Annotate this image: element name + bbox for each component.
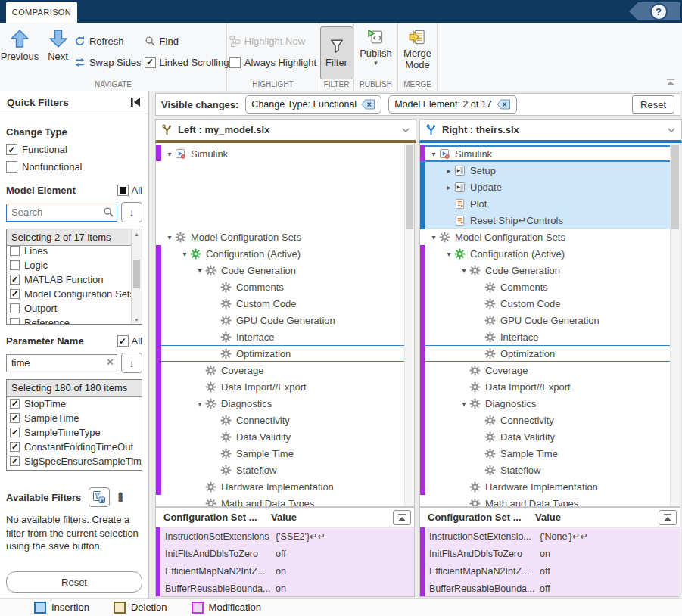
- tree-row[interactable]: ▾ Configuration (Active): [420, 245, 680, 262]
- list-item[interactable]: Outport: [7, 301, 132, 316]
- tree-row-inserted[interactable]: ▸ Setup: [420, 162, 680, 179]
- tree-row[interactable]: ▾ Model Configuration Sets: [420, 229, 680, 245]
- swap-sides-button[interactable]: Swap Sides: [74, 54, 142, 70]
- table-row[interactable]: BufferReusableBounda... off: [425, 580, 680, 597]
- tree-row[interactable]: Stateflow: [420, 462, 680, 478]
- tree-row-partial[interactable]: Math and Data Types: [420, 495, 680, 507]
- model-element-all-checkbox[interactable]: All: [117, 185, 142, 196]
- always-highlight-checkbox[interactable]: Always Highlight: [229, 54, 316, 70]
- left-panel-header[interactable]: Left : my_model.slx: [155, 119, 416, 143]
- tree-row-selected[interactable]: Optimization: [420, 345, 680, 362]
- list-item[interactable]: Logic: [7, 258, 132, 272]
- parameter-name-expand-button[interactable]: ↓: [121, 353, 142, 373]
- tree-row-inserted[interactable]: ▸ Update: [420, 179, 680, 195]
- tree-row-inserted[interactable]: Reset Ship↵Controls: [420, 212, 680, 229]
- table-row[interactable]: EfficientMapNaN2IntZ... off: [425, 562, 680, 580]
- tree-row[interactable]: ▾ Code Generation: [156, 262, 414, 278]
- clear-icon[interactable]: ✕: [106, 356, 114, 368]
- help-button[interactable]: ?: [650, 3, 668, 20]
- collapse-panel-left-button[interactable]: [130, 97, 142, 107]
- parameter-name-search-input[interactable]: [6, 354, 117, 372]
- tab-comparison[interactable]: COMPARISON: [6, 2, 77, 23]
- tree-row[interactable]: Connectivity: [156, 412, 414, 428]
- scrollbar-thumb[interactable]: [406, 145, 413, 229]
- expander-expanded-icon[interactable]: ▾: [459, 266, 469, 275]
- list-item[interactable]: StopTime: [7, 397, 142, 411]
- tree-row[interactable]: Coverage: [156, 362, 414, 378]
- model-element-search-input[interactable]: [6, 204, 117, 222]
- tree-row[interactable]: ▾ Code Generation: [420, 262, 680, 278]
- tree-row[interactable]: Custom Code: [156, 295, 414, 312]
- next-button[interactable]: Next: [45, 26, 71, 64]
- expander-expanded-icon[interactable]: ▾: [459, 400, 469, 408]
- right-tree-scrollbar[interactable]: [670, 143, 680, 506]
- refresh-button[interactable]: Refresh: [74, 33, 142, 49]
- highlight-now-button[interactable]: Highlight Now: [229, 33, 316, 49]
- find-button[interactable]: Find: [145, 33, 229, 49]
- expander-expanded-icon[interactable]: ▾: [428, 233, 439, 241]
- table-row[interactable]: EfficientMapNaN2IntZ... on: [160, 562, 414, 580]
- list-item[interactable]: Reference: [7, 316, 132, 324]
- tree-row[interactable]: ▾ Simulink: [156, 145, 414, 162]
- expander-collapsed-icon[interactable]: ▸: [444, 183, 454, 191]
- filter-chip-model-element[interactable]: Model Element: 2 of 17: [388, 95, 517, 114]
- scroll-up-arrow[interactable]: ▲: [132, 229, 142, 238]
- table-row[interactable]: InstructionSetExtensio... {'None'}↵↵: [425, 527, 680, 545]
- table-row[interactable]: InitFltsAndDblsToZero off: [160, 545, 414, 562]
- tree-row[interactable]: ▾ Model Configuration Sets: [156, 229, 414, 245]
- expander-expanded-icon[interactable]: ▾: [444, 250, 454, 258]
- tree-row[interactable]: Sample Time: [156, 445, 414, 462]
- tree-row[interactable]: Comments: [156, 278, 414, 295]
- collapse-table-button[interactable]: [393, 510, 411, 525]
- expander-collapsed-icon[interactable]: ▸: [444, 166, 454, 175]
- tree-row[interactable]: Comments: [420, 278, 680, 295]
- expander-expanded-icon[interactable]: ▾: [428, 150, 439, 158]
- list-item[interactable]: SampleTime: [7, 411, 142, 425]
- nonfunctional-checkbox[interactable]: Nonfunctional: [6, 161, 142, 173]
- tree-row-selected[interactable]: Optimization: [156, 345, 414, 362]
- tree-row[interactable]: Data Import//Export: [420, 378, 680, 395]
- tree-row-partial[interactable]: Math and Data Types: [156, 495, 414, 507]
- expander-expanded-icon[interactable]: ▾: [164, 150, 175, 158]
- filter-chip-change-type[interactable]: Change Type: Functional: [245, 95, 381, 114]
- tree-row[interactable]: ▾ Configuration (Active): [156, 245, 414, 262]
- tree-row[interactable]: Connectivity: [420, 412, 680, 428]
- tree-row-inserted[interactable]: Plot: [420, 195, 680, 212]
- tree-row[interactable]: Interface: [420, 328, 680, 345]
- list-scrollbar[interactable]: ▲ ▼: [131, 229, 142, 324]
- reset-filters-button[interactable]: Reset: [632, 95, 674, 114]
- expander-expanded-icon[interactable]: ▾: [195, 400, 205, 408]
- functional-checkbox[interactable]: Functional: [6, 144, 142, 155]
- more-options-button[interactable]: ●●●: [117, 493, 123, 502]
- tree-row[interactable]: Data Validity: [156, 428, 414, 445]
- tree-row[interactable]: Hardware Implementation: [156, 478, 414, 495]
- chevron-down-icon[interactable]: [667, 127, 676, 133]
- tree-row[interactable]: Interface: [156, 328, 414, 345]
- collapse-table-button[interactable]: [659, 510, 677, 525]
- remove-chip-icon[interactable]: [361, 99, 375, 110]
- tree-row[interactable]: GPU Code Generation: [420, 312, 680, 328]
- list-item[interactable]: Lines: [7, 244, 132, 258]
- tree-row[interactable]: Custom Code: [420, 295, 680, 312]
- tree-row[interactable]: GPU Code Generation: [156, 312, 414, 328]
- tree-row[interactable]: Hardware Implementation: [420, 478, 680, 495]
- sidebar-reset-button[interactable]: Reset: [6, 571, 142, 593]
- linked-scrolling-checkbox[interactable]: Linked Scrolling: [145, 54, 229, 70]
- expander-expanded-icon[interactable]: ▾: [164, 233, 175, 241]
- tree-row[interactable]: Data Validity: [420, 428, 680, 445]
- list-item[interactable]: SigSpecEnsureSampleTimeMsg: [7, 454, 142, 468]
- table-row[interactable]: BufferReusableBounda... on: [160, 580, 414, 597]
- previous-button[interactable]: Previous: [0, 26, 42, 64]
- chevron-down-icon[interactable]: [401, 127, 410, 133]
- filter-toggle-button[interactable]: Filter: [320, 26, 353, 79]
- scroll-down-arrow[interactable]: ▼: [132, 315, 142, 324]
- list-item[interactable]: ConstantFoldingTimeOut: [7, 440, 142, 454]
- remove-chip-icon[interactable]: [497, 99, 511, 110]
- left-tree-scrollbar[interactable]: [404, 143, 414, 506]
- list-item[interactable]: Model Configuration Sets: [7, 287, 132, 301]
- tree-row[interactable]: Data Import//Export: [156, 378, 414, 395]
- scrollbar-thumb[interactable]: [133, 260, 140, 288]
- collapse-toolstrip-button[interactable]: [665, 77, 676, 86]
- right-panel-header[interactable]: Right : theirs.slx: [419, 119, 682, 143]
- publish-button[interactable]: Publish ▾: [357, 26, 395, 67]
